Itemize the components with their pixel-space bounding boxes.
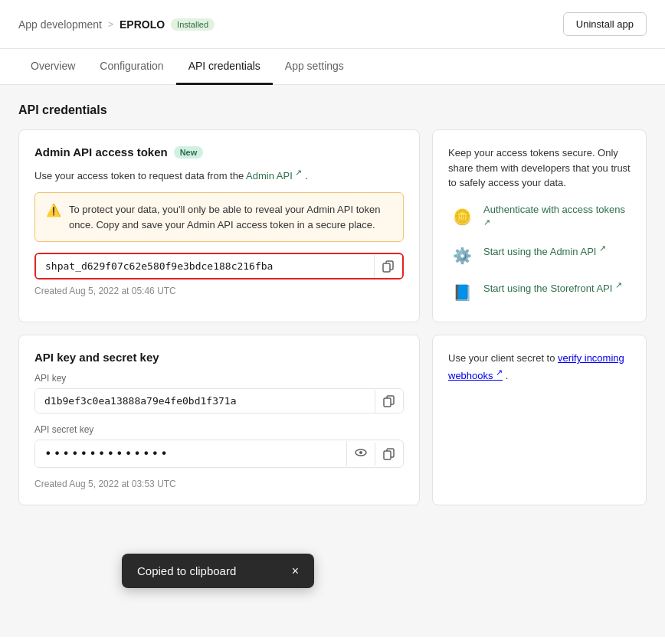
admin-api-link-container: Start using the Admin API ↗: [483, 242, 606, 259]
api-key-row: [34, 388, 404, 414]
reveal-secret-button[interactable]: [346, 441, 375, 466]
desc-before: Use your access token to request data fr…: [34, 170, 244, 181]
main-content: API credentials Admin API access token N…: [0, 85, 665, 637]
api-secret-row: [34, 440, 404, 468]
side-card-2-after: .: [506, 370, 509, 381]
api-key-field-section: API key: [34, 373, 404, 414]
breadcrumb-separator: >: [108, 19, 113, 30]
api-key-label: API key: [34, 373, 404, 384]
breadcrumb-current: EPROLO: [120, 18, 165, 31]
warning-icon: ⚠️: [46, 203, 61, 232]
side-link-row-1: 🪙 Authenticate with access tokens ↗: [448, 203, 631, 234]
new-badge: New: [174, 146, 204, 159]
tab-app-settings[interactable]: App settings: [273, 49, 356, 85]
api-secret-label: API secret key: [34, 424, 404, 435]
page-title: API credentials: [18, 103, 647, 117]
copy-icon: [382, 260, 395, 273]
eye-icon: [355, 446, 367, 459]
auth-tokens-link-container: Authenticate with access tokens ↗: [483, 203, 631, 234]
breadcrumb-parent: App development: [18, 18, 102, 31]
admin-api-link[interactable]: Admin API ↗: [246, 170, 302, 181]
side-link-row-2: ⚙️ Start using the Admin API ↗: [448, 242, 631, 270]
svg-rect-7: [384, 451, 391, 459]
tab-api-credentials[interactable]: API credentials: [176, 49, 273, 85]
installed-badge: Installed: [171, 18, 215, 31]
copy-api-key-button[interactable]: [375, 390, 403, 413]
api-key-title-row: API key and secret key: [34, 351, 404, 364]
top-header: App development > EPROLO Installed Unins…: [0, 0, 665, 49]
admin-token-title: Admin API access token: [34, 145, 168, 159]
admin-token-section: Admin API access token New Use your acce…: [18, 129, 647, 322]
admin-token-desc: Use your access token to request data fr…: [34, 168, 404, 181]
token-row: [34, 253, 404, 280]
admin-api-icon: ⚙️: [448, 242, 476, 270]
storefront-api-link[interactable]: Start using the Storefront API ↗: [483, 283, 622, 294]
api-key-section: API key and secret key API key: [18, 335, 647, 505]
api-key-input[interactable]: [35, 389, 375, 413]
auth-tokens-link[interactable]: Authenticate with access tokens ↗: [483, 204, 625, 232]
svg-rect-3: [384, 398, 391, 407]
api-secret-field-section: API secret key: [34, 424, 404, 468]
toast-message: Copied to clipboard: [137, 564, 236, 577]
admin-api-link-side[interactable]: Start using the Admin API ↗: [483, 246, 606, 257]
svg-point-5: [359, 451, 362, 454]
tabs-container: Overview Configuration API credentials A…: [0, 49, 665, 85]
card-title-row: Admin API access token New: [34, 145, 404, 159]
storefront-icon: 📘: [448, 279, 476, 306]
token-input[interactable]: [36, 254, 374, 278]
copy-api-key-icon: [383, 395, 395, 407]
side-card-1: Keep your access tokens secure. Only sha…: [432, 129, 647, 322]
side-card-2: Use your client secret to verify incomin…: [432, 335, 647, 505]
copy-secret-icon: [383, 448, 395, 460]
warning-box: ⚠️ To protect your data, you'll only be …: [34, 192, 404, 242]
token-created-label: Created Aug 5, 2022 at 05:46 UTC: [34, 286, 404, 296]
desc-after: .: [305, 170, 308, 181]
side-link-row-3: 📘 Start using the Storefront API ↗: [448, 279, 631, 306]
api-secret-input[interactable]: [35, 440, 346, 467]
side-links: 🪙 Authenticate with access tokens ↗ ⚙️ S…: [448, 203, 631, 307]
admin-token-card: Admin API access token New Use your acce…: [18, 129, 420, 322]
tab-configuration[interactable]: Configuration: [87, 49, 175, 85]
warning-text: To protect your data, you'll only be abl…: [69, 202, 392, 232]
svg-rect-1: [383, 263, 390, 272]
storefront-link-container: Start using the Storefront API ↗: [483, 279, 622, 296]
side-card-1-text: Keep your access tokens secure. Only sha…: [448, 145, 631, 191]
api-key-card: API key and secret key API key: [18, 335, 420, 505]
side-card-2-before: Use your client secret to: [448, 352, 555, 364]
copy-secret-button[interactable]: [375, 443, 403, 466]
uninstall-button[interactable]: Uninstall app: [563, 12, 647, 36]
api-key-created-label: Created Aug 5, 2022 at 03:53 UTC: [34, 479, 404, 489]
tab-overview[interactable]: Overview: [18, 49, 87, 85]
breadcrumb: App development > EPROLO Installed: [18, 18, 215, 31]
token-icon: 🪙: [448, 203, 476, 230]
api-key-title: API key and secret key: [34, 351, 159, 364]
copy-token-button[interactable]: [374, 255, 402, 278]
toast-notification: Copied to clipboard ×: [122, 554, 314, 588]
toast-close-button[interactable]: ×: [292, 565, 299, 577]
side-card-2-text: Use your client secret to verify incomin…: [448, 351, 631, 383]
